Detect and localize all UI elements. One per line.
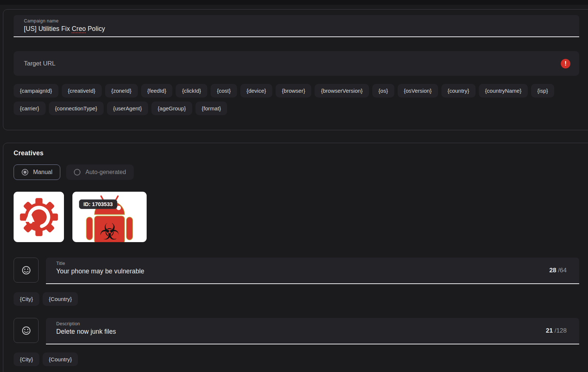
title-char-count: 28 /64 xyxy=(549,267,567,274)
creative-thumbnails: ☣ ID: 1703533 xyxy=(14,192,579,242)
misspelled-word: Creo xyxy=(72,25,86,32)
macro-chip[interactable]: {carrier} xyxy=(14,102,46,115)
radio-checked-icon xyxy=(22,169,28,176)
macro-chip[interactable]: {cost} xyxy=(211,84,237,98)
creative-thumbnail-gear[interactable] xyxy=(14,192,64,242)
description-macro-chips: {City} {Country} xyxy=(14,352,579,366)
macro-chip[interactable]: {os} xyxy=(372,84,394,98)
macro-chip[interactable]: {Country} xyxy=(43,352,78,366)
macro-chip[interactable]: {zoneId} xyxy=(105,84,138,98)
description-field[interactable]: Description Delete now junk files 21 /12… xyxy=(46,318,579,344)
gear-refresh-icon xyxy=(18,196,60,238)
description-value: Delete now junk files xyxy=(56,328,579,336)
radio-unchecked-icon xyxy=(74,169,80,176)
creatives-panel: Creatives Manual Auto-generated xyxy=(3,143,588,372)
campaign-name-value: [US] Utilities Fix Creo Policy xyxy=(24,25,579,33)
macro-chip[interactable]: {creativeId} xyxy=(62,84,102,98)
macro-chip[interactable]: {feedId} xyxy=(141,84,173,98)
svg-text:☣: ☣ xyxy=(99,218,120,242)
campaign-panel: Campaign name [US] Utilities Fix Creo Po… xyxy=(3,9,588,130)
campaign-name-label: Campaign name xyxy=(24,18,579,24)
campaign-name-field[interactable]: Campaign name [US] Utilities Fix Creo Po… xyxy=(14,15,579,37)
macro-chip[interactable]: {userAgent} xyxy=(107,102,148,115)
window-top-strip xyxy=(0,0,588,5)
creative-id-badge: ID: 1703533 xyxy=(79,199,117,209)
macro-chip[interactable]: {connectionType} xyxy=(49,102,104,115)
macro-chip[interactable]: {ageGroup} xyxy=(151,102,192,115)
macro-chip[interactable]: {browserVersion} xyxy=(315,84,369,98)
title-label: Title xyxy=(56,261,579,266)
macro-chip[interactable]: {browser} xyxy=(276,84,311,98)
mode-manual[interactable]: Manual xyxy=(14,164,60,180)
macro-chip[interactable]: {country} xyxy=(441,84,476,98)
url-macro-chips: {campaignId} {creativeId} {zoneId} {feed… xyxy=(14,84,579,115)
description-emoji-button[interactable] xyxy=(14,318,39,343)
mode-auto-generated-label: Auto-generated xyxy=(85,169,126,176)
title-field[interactable]: Title Your phone may be vulnerable 28 /6… xyxy=(46,258,579,284)
title-macro-chips: {City} {Country} xyxy=(14,292,579,306)
description-label: Description xyxy=(56,321,579,326)
title-emoji-button[interactable] xyxy=(14,258,39,283)
title-value: Your phone may be vulnerable xyxy=(56,268,579,275)
smiley-icon xyxy=(21,265,31,275)
title-row: Title Your phone may be vulnerable 28 /6… xyxy=(14,258,579,284)
macro-chip[interactable]: {clickId} xyxy=(176,84,207,98)
target-url-field[interactable]: Target URL ! xyxy=(14,51,579,76)
macro-chip[interactable]: {City} xyxy=(14,352,39,366)
creative-thumbnail-android[interactable]: ☣ ID: 1703533 xyxy=(72,192,147,242)
macro-chip[interactable]: {format} xyxy=(196,102,227,115)
macro-chip[interactable]: {device} xyxy=(240,84,272,98)
target-url-placeholder: Target URL xyxy=(24,60,55,67)
mode-auto-generated[interactable]: Auto-generated xyxy=(66,164,133,180)
macro-chip[interactable]: {isp} xyxy=(531,84,554,98)
creative-mode-switch: Manual Auto-generated xyxy=(14,164,579,180)
smiley-icon xyxy=(21,326,31,336)
creatives-heading: Creatives xyxy=(14,149,579,157)
macro-chip[interactable]: {Country} xyxy=(43,292,78,306)
mode-manual-label: Manual xyxy=(33,169,52,176)
description-row: Description Delete now junk files 21 /12… xyxy=(14,318,579,344)
macro-chip[interactable]: {osVersion} xyxy=(398,84,438,98)
exclamation-circle-icon: ! xyxy=(561,59,570,68)
macro-chip[interactable]: {City} xyxy=(14,292,39,306)
macro-chip[interactable]: {campaignId} xyxy=(14,84,58,98)
macro-chip[interactable]: {countryName} xyxy=(479,84,528,98)
description-char-count: 21 /128 xyxy=(546,327,567,334)
